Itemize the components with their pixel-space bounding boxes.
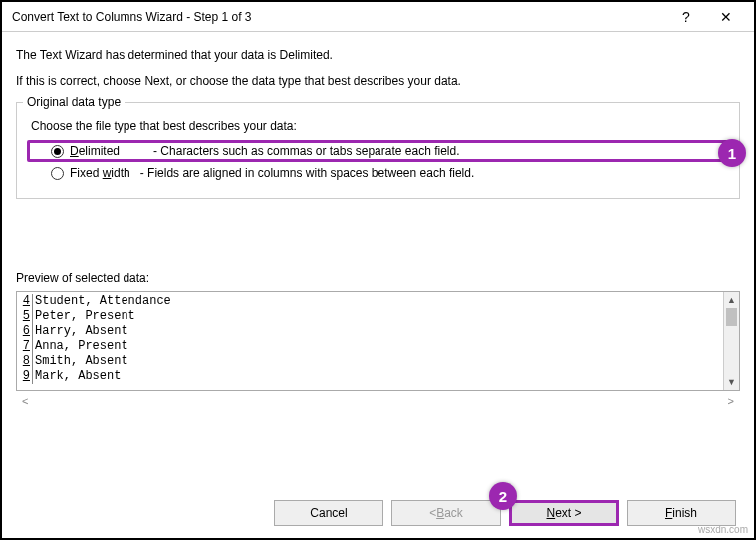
fixed-width-radio-row[interactable]: Fixed width - Fields are aligned in colu… bbox=[27, 162, 729, 184]
intro-text-2: If this is correct, choose Next, or choo… bbox=[16, 74, 740, 88]
preview-row-text: Mark, Absent bbox=[35, 369, 121, 384]
titlebar: Convert Text to Columns Wizard - Step 1 … bbox=[2, 2, 754, 32]
preview-row-text: Smith, Absent bbox=[35, 354, 128, 369]
scroll-down-icon[interactable]: ▼ bbox=[724, 374, 739, 390]
close-icon: ✕ bbox=[720, 9, 732, 25]
preview-row: 7Anna, Present bbox=[19, 339, 739, 354]
help-icon: ? bbox=[682, 9, 690, 25]
preview-label: Preview of selected data: bbox=[16, 271, 740, 285]
preview-row: 4Student, Attendance bbox=[19, 294, 739, 309]
delimited-label: Delimited bbox=[70, 144, 120, 158]
preview-row: 5Peter, Present bbox=[19, 309, 739, 324]
cancel-button[interactable]: Cancel bbox=[274, 500, 383, 526]
delimited-radio[interactable] bbox=[51, 145, 64, 158]
choose-file-type-label: Choose the file type that best describes… bbox=[31, 119, 729, 133]
preview-row-text: Peter, Present bbox=[35, 309, 135, 324]
vertical-scrollbar[interactable]: ▲ ▼ bbox=[723, 292, 739, 390]
horizontal-scrollbar[interactable]: < > bbox=[16, 391, 740, 406]
annotation-badge-1: 1 bbox=[718, 139, 746, 167]
preview-row-num: 7 bbox=[19, 339, 33, 354]
button-row: Cancel < Back 2 Next > Finish bbox=[274, 500, 736, 526]
scroll-left-icon[interactable]: < bbox=[22, 395, 28, 406]
preview-row-num: 8 bbox=[19, 354, 33, 369]
scroll-up-icon[interactable]: ▲ bbox=[724, 292, 739, 308]
window-title: Convert Text to Columns Wizard - Step 1 … bbox=[12, 10, 666, 24]
scroll-thumb[interactable] bbox=[726, 308, 737, 326]
original-data-type-group: Original data type Choose the file type … bbox=[16, 102, 740, 199]
help-button[interactable]: ? bbox=[666, 3, 706, 31]
group-legend: Original data type bbox=[23, 95, 125, 109]
back-button: < Back bbox=[391, 500, 501, 526]
preview-content: 4Student, Attendance5Peter, Present6Harr… bbox=[17, 292, 739, 384]
preview-row-text: Student, Attendance bbox=[35, 294, 171, 309]
fixed-width-radio[interactable] bbox=[51, 167, 64, 180]
finish-button[interactable]: Finish bbox=[627, 500, 736, 526]
close-button[interactable]: ✕ bbox=[706, 3, 746, 31]
preview-row-num: 6 bbox=[19, 324, 33, 339]
delimited-desc: - Characters such as commas or tabs sepa… bbox=[153, 144, 459, 158]
preview-box: 4Student, Attendance5Peter, Present6Harr… bbox=[16, 291, 740, 391]
preview-row-num: 5 bbox=[19, 309, 33, 324]
fixed-width-label: Fixed width bbox=[70, 166, 130, 180]
preview-row: 8Smith, Absent bbox=[19, 354, 739, 369]
watermark: wsxdn.com bbox=[698, 524, 748, 535]
fixed-width-desc: - Fields are aligned in columns with spa… bbox=[140, 166, 475, 180]
delimited-radio-row[interactable]: Delimited - Characters such as commas or… bbox=[27, 140, 729, 162]
preview-row-text: Harry, Absent bbox=[35, 324, 128, 339]
intro-text-1: The Text Wizard has determined that your… bbox=[16, 48, 740, 62]
preview-row-num: 9 bbox=[19, 369, 33, 384]
scroll-right-icon[interactable]: > bbox=[728, 395, 734, 406]
next-button[interactable]: Next > bbox=[509, 500, 619, 526]
preview-row-num: 4 bbox=[19, 294, 33, 309]
preview-row-text: Anna, Present bbox=[35, 339, 128, 354]
dialog-content: The Text Wizard has determined that your… bbox=[2, 32, 754, 406]
preview-row: 9Mark, Absent bbox=[19, 369, 739, 384]
preview-row: 6Harry, Absent bbox=[19, 324, 739, 339]
annotation-badge-2: 2 bbox=[489, 482, 517, 510]
